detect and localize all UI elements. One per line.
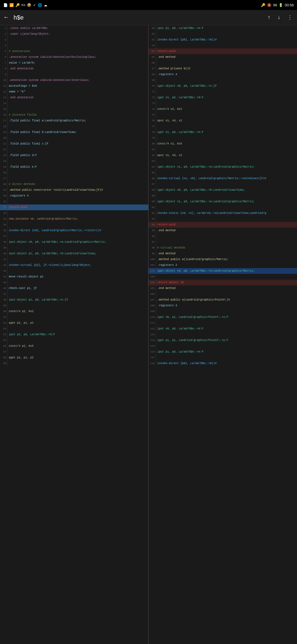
code-line[interactable]: 68 .registers 4 — [148, 72, 297, 77]
code-line[interactable]: 41 — [0, 256, 148, 262]
code-line[interactable]: 85 — [148, 170, 297, 176]
code-line[interactable]: 76 aput v1, v0, v2 — [148, 118, 297, 124]
code-line[interactable]: 25 .field public e:F — [0, 164, 148, 170]
code-line[interactable]: 13 .end annotation — [0, 95, 148, 100]
code-line[interactable]: 117 — [148, 355, 297, 361]
code-line[interactable]: 31 — [0, 199, 148, 204]
code-line[interactable]: 110 iget v0, p1, Landroid/graphics/Point… — [148, 314, 297, 320]
code-line[interactable]: 49 — [0, 303, 148, 309]
code-line[interactable]: 115 — [148, 343, 297, 349]
code-line[interactable]: 116 iput p1, p0, La/a0/h$e;->e:F — [148, 349, 297, 355]
code-line[interactable]: 22 — [0, 147, 148, 152]
code-line[interactable]: 105 .end method — [148, 285, 297, 291]
code-line[interactable]: 113 — [148, 332, 297, 337]
code-line[interactable]: 97 — [148, 239, 297, 245]
code-line[interactable]: 11 accessFlags = 0x9 — [0, 83, 148, 89]
code-line[interactable]: 3 — [0, 37, 148, 43]
code-line[interactable]: 9 — [0, 72, 148, 77]
code-line[interactable]: 84 iget-object v1, p0, La/a0/h$e;->a:Lan… — [148, 164, 297, 170]
code-line[interactable]: 59 — [0, 361, 148, 366]
code-line[interactable]: 103 — [148, 274, 297, 280]
code-line[interactable]: 38 iput-object v0, p0, La/a0/h$e;->a:Lan… — [0, 239, 148, 245]
code-line[interactable]: 15 — [0, 106, 148, 112]
code-line[interactable]: 77 — [148, 124, 297, 129]
code-line[interactable]: 21 .field public final c:[F — [0, 141, 148, 147]
code-line[interactable]: 44 move-result-object p1 — [0, 274, 148, 280]
code-line[interactable]: 51 — [0, 314, 148, 320]
code-line[interactable]: 36 invoke-direct {v0}, Landroid/graphics… — [0, 228, 148, 233]
code-line[interactable]: 35 — [0, 222, 148, 228]
code-line[interactable]: 106 — [148, 291, 297, 297]
code-line[interactable]: 23 .field public d:F — [0, 152, 148, 158]
code-line[interactable]: 63 — [148, 43, 297, 48]
code-line[interactable]: 57 — [0, 349, 148, 355]
code-line[interactable]: 90 iget-object v1, p0, La/a0/h$e;->a:Lan… — [148, 199, 297, 204]
code-line[interactable]: 6 .annotation system Ldalvik/annotation/… — [0, 54, 148, 60]
code-line[interactable]: 70 iget-object v0, p0, La/a0/h$e;->c:[F — [148, 83, 297, 89]
code-line[interactable]: 47 — [0, 291, 148, 297]
code-line[interactable]: 5 # annotations — [0, 48, 148, 54]
code-line[interactable]: 24 — [0, 158, 148, 164]
code-line[interactable]: 33 — [0, 210, 148, 216]
code-line[interactable]: 60 iput p1, p0, La/a0/h$e;->e:F — [148, 25, 297, 31]
code-line[interactable]: 30 .registers 4 — [0, 193, 148, 199]
code-line[interactable]: 18 — [0, 124, 148, 129]
code-line[interactable]: 89 — [148, 193, 297, 199]
code-line[interactable]: 67 .method private b()V — [148, 66, 297, 72]
code-line[interactable]: 61 — [148, 31, 297, 37]
code-line[interactable]: 111 — [148, 320, 297, 326]
code-line[interactable]: 71 — [148, 89, 297, 95]
code-line[interactable]: 72 iget v1, p0, La/a0/h$e;->d:F — [148, 95, 297, 100]
code-line[interactable]: 74 const/4 v2, 0x2 — [148, 106, 297, 112]
code-line[interactable]: 2 .super Ljava/lang/Object; — [0, 31, 148, 37]
code-line[interactable]: 42 invoke-virtual {p2}, [F->clone()Ljava… — [0, 262, 148, 268]
code-line[interactable]: 88 iget-object v0, p0, La/a0/h$e;->b:Lan… — [148, 187, 297, 193]
code-line[interactable]: 109 — [148, 309, 297, 314]
code-line[interactable]: 8 .end annotation — [0, 66, 148, 72]
code-line[interactable]: 87 — [148, 181, 297, 187]
code-line[interactable]: 98 # virtual methods — [148, 245, 297, 251]
code-line[interactable]: 14 — [0, 100, 148, 106]
code-line[interactable]: 46 check-cast p1, [F — [0, 285, 148, 291]
code-line[interactable]: 27 — [0, 176, 148, 181]
code-line[interactable]: 118 invoke-direct {p0}, La/a0/h$e;->b()V — [148, 361, 297, 366]
code-line[interactable]: 45 — [0, 280, 148, 285]
code-line[interactable]: 80 const/4 v2, 0x5 — [148, 141, 297, 147]
code-line[interactable]: 39 — [0, 245, 148, 251]
code-line[interactable]: 55 — [0, 337, 148, 343]
code-line[interactable]: 37 — [0, 233, 148, 239]
code-line[interactable]: 81 — [148, 147, 297, 152]
code-line[interactable]: 50 const/4 p2, 0x2 — [0, 309, 148, 314]
code-line[interactable]: 53 — [0, 326, 148, 332]
code-line[interactable]: 64 return-void — [148, 48, 297, 54]
code-line[interactable]: 82 aput v1, v0, v2 — [148, 152, 297, 158]
code-line[interactable]: 26 — [0, 170, 148, 176]
code-line[interactable]: 75 — [148, 112, 297, 118]
code-line[interactable]: 58 aget p1, p1, p2 — [0, 355, 148, 361]
code-line[interactable]: 96 — [148, 233, 297, 239]
code-line[interactable]: 56 const/4 p2, 0x5 — [0, 343, 148, 349]
code-line[interactable]: 20 — [0, 135, 148, 141]
code-line[interactable]: 34 new-instance v0, Landroid/graphics/Ma… — [0, 216, 148, 222]
code-line[interactable]: 69 — [148, 77, 297, 83]
code-line[interactable]: 16 # instance fields — [0, 112, 148, 118]
more-options-button[interactable]: ⋮ — [286, 13, 294, 22]
code-line[interactable]: 83 — [148, 158, 297, 164]
code-line[interactable]: 100 .method public a()Landroid/graphics/… — [148, 256, 297, 262]
code-line[interactable]: 104 return-object v0 — [148, 280, 297, 285]
code-line[interactable]: 95 .end method — [148, 228, 297, 233]
code-line[interactable]: 114 iget p1, p1, Landroid/graphics/Point… — [148, 337, 297, 343]
code-line[interactable]: 12 name = "e" — [0, 89, 148, 95]
code-line[interactable]: 29 .method public constructor <init>(Lan… — [0, 187, 148, 193]
code-line[interactable]: 107 .method public a(Landroid/graphics/P… — [148, 297, 297, 303]
code-line[interactable]: 73 — [148, 100, 297, 106]
code-line[interactable]: 48 iput-object p1, p0, La/a0/h$e;->c:[F — [0, 297, 148, 303]
code-line[interactable]: 102 iget-object v0, p0, La/a0/h$e;->a:La… — [148, 268, 297, 274]
code-line[interactable]: 108 .registers 3 — [148, 303, 297, 309]
code-line[interactable]: 28 # direct methods — [0, 181, 148, 187]
code-line[interactable]: 93 — [148, 216, 297, 222]
scroll-up-button[interactable]: ↑ — [266, 13, 272, 22]
code-line[interactable]: 99 .end method — [148, 251, 297, 256]
code-line[interactable]: 92 invoke-static {v0, v1}, La/a0/x0;->a(… — [148, 210, 297, 216]
code-line[interactable]: 66 — [148, 60, 297, 66]
